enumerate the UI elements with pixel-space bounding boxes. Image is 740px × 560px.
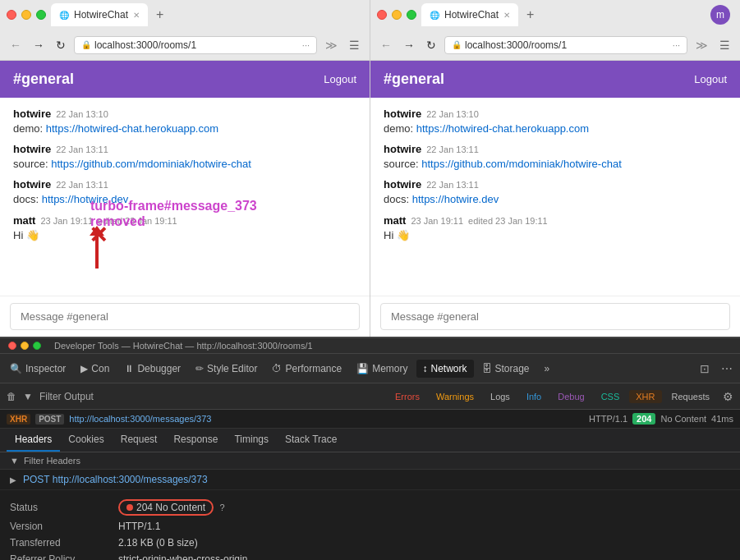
message-link[interactable]: https://github.com/mdominiak/hotwire-cha… [421, 158, 622, 170]
devtools-close[interactable] [8, 342, 16, 350]
lock-icon: 🔒 [81, 40, 91, 49]
message-text: docs: https://hotwire.dev [13, 192, 356, 207]
right-chat-messages: hotwire 22 Jan 13:10 demo: https://hotwi… [370, 98, 740, 296]
filter-requests-button[interactable]: Requests [665, 390, 716, 403]
style-editor-icon: ✏ [195, 363, 204, 374]
forward-button[interactable]: → [400, 37, 418, 53]
inspector-label: Inspector [25, 363, 66, 374]
debugger-label: Debugger [137, 363, 181, 374]
filter-xhr-button[interactable]: XHR [629, 390, 661, 403]
list-item: hotwire 22 Jan 13:11 source: https://git… [384, 143, 727, 172]
message-author: matt [13, 214, 35, 227]
inspector-icon: 🔍 [10, 363, 22, 374]
forward-button[interactable]: → [30, 37, 48, 53]
reload-button[interactable]: ↻ [53, 37, 69, 53]
referrer-value: strict-origin-when-cross-origin [118, 553, 247, 560]
filter-tags: Errors Warnings Logs Info Debug CSS XHR … [388, 390, 716, 403]
message-link[interactable]: https://hotwire.dev [42, 193, 129, 205]
responsive-design-button[interactable]: ⊡ [696, 360, 714, 378]
new-tab-button[interactable]: + [153, 7, 167, 22]
browser-windows: 🌐 HotwireChat ✕ + ← → ↻ 🔒 localhost:3000… [0, 0, 740, 337]
tab-close-button[interactable]: ✕ [503, 11, 510, 20]
left-chat-messages: hotwire 22 Jan 13:10 demo: https://hotwi… [0, 98, 370, 296]
filter-icon: ▼ [23, 391, 33, 402]
close-button[interactable] [7, 10, 16, 20]
tab-inspector[interactable]: 🔍 Inspector [3, 360, 72, 378]
extensions-button[interactable]: ≫ [692, 37, 711, 53]
detail-tab-headers[interactable]: Headers [7, 429, 60, 452]
request-row[interactable]: XHR POST http://localhost:3000/messages/… [0, 410, 740, 429]
devtools-more-button[interactable]: ⋯ [717, 360, 737, 378]
detail-tab-request[interactable]: Request [113, 429, 166, 452]
message-header: matt 23 Jan 19:11 edited 23 Jan 19:11 [13, 214, 356, 227]
tab-storage[interactable]: 🗄 Storage [476, 360, 536, 378]
tab-console[interactable]: ▶ Con [74, 360, 116, 378]
message-time: 22 Jan 13:10 [426, 109, 479, 119]
tab-close-button[interactable]: ✕ [133, 11, 140, 20]
tab-network[interactable]: ↕ Network [416, 360, 474, 378]
filter-icon: ▼ [10, 456, 19, 466]
right-url-text: localhost:3000/rooms/1 [465, 39, 567, 51]
storage-label: Storage [495, 363, 530, 374]
devtools-minimize[interactable] [21, 342, 29, 350]
status-row: Status 204 No Content ? [10, 497, 730, 518]
right-url-bar[interactable]: 🔒 localhost:3000/rooms/1 ··· [444, 36, 687, 54]
reload-button[interactable]: ↻ [423, 37, 439, 53]
right-tab-bar: 🌐 HotwireChat ✕ + m [370, 0, 740, 30]
left-tab-bar: 🌐 HotwireChat ✕ + [0, 0, 370, 30]
devtools-maximize[interactable] [33, 342, 41, 350]
filter-css-button[interactable]: CSS [595, 390, 627, 403]
minimize-button[interactable] [21, 10, 31, 20]
filter-info-button[interactable]: Info [520, 390, 548, 403]
avatar-icon: m [716, 9, 724, 21]
message-time: 23 Jan 19:11 [40, 216, 93, 226]
extensions-button[interactable]: ≫ [322, 37, 341, 53]
menu-button[interactable]: ☰ [346, 37, 363, 53]
tab-style-editor[interactable]: ✏ Style Editor [189, 360, 264, 378]
message-header: hotwire 22 Jan 13:10 [13, 108, 356, 120]
message-link[interactable]: https://hotwire.dev [412, 193, 499, 205]
tab-memory[interactable]: 💾 Memory [350, 360, 414, 378]
filter-debug-button[interactable]: Debug [551, 390, 591, 403]
back-button[interactable]: ← [7, 37, 25, 53]
help-icon[interactable]: ? [219, 503, 224, 512]
left-url-bar[interactable]: 🔒 localhost:3000/rooms/1 ··· [74, 36, 317, 54]
new-tab-button[interactable]: + [523, 7, 537, 22]
transferred-label: Transferred [10, 537, 108, 549]
more-tabs-button[interactable]: » [538, 360, 557, 378]
settings-icon[interactable]: ⚙ [723, 390, 733, 403]
message-header: hotwire 22 Jan 13:11 [384, 178, 727, 190]
detail-tab-stack-trace[interactable]: Stack Trace [277, 429, 345, 452]
right-browser-window: 🌐 HotwireChat ✕ + m ← → ↻ 🔒 localhost:30… [370, 0, 740, 337]
detail-tab-cookies[interactable]: Cookies [60, 429, 112, 452]
back-button[interactable]: ← [377, 37, 395, 53]
post-row[interactable]: ▶ POST http://localhost:3000/messages/37… [0, 470, 740, 490]
minimize-button[interactable] [392, 10, 402, 20]
tab-performance[interactable]: ⏱ Performance [265, 360, 348, 378]
maximize-button[interactable] [407, 10, 416, 20]
close-button[interactable] [377, 10, 387, 20]
message-link[interactable]: https://hotwired-chat.herokuapp.com [416, 122, 589, 135]
right-message-input[interactable] [380, 303, 730, 330]
detail-tab-response[interactable]: Response [165, 429, 226, 452]
filter-errors-button[interactable]: Errors [388, 390, 426, 403]
right-logout-button[interactable]: Logout [694, 73, 727, 85]
left-logout-button[interactable]: Logout [324, 73, 356, 85]
message-text: demo: https://hotwired-chat.herokuapp.co… [13, 122, 356, 136]
console-label: Con [91, 363, 109, 374]
message-edited: edited 23 Jan 19:11 [98, 216, 177, 226]
message-link[interactable]: https://github.com/mdominiak/hotwire-cha… [51, 158, 251, 170]
left-message-input[interactable] [10, 303, 360, 330]
filter-warnings-button[interactable]: Warnings [430, 390, 480, 403]
filter-logs-button[interactable]: Logs [484, 390, 517, 403]
maximize-button[interactable] [36, 10, 46, 20]
trash-icon[interactable]: 🗑 [7, 391, 16, 402]
status-circle [126, 504, 133, 511]
message-time: 23 Jan 19:11 [411, 216, 463, 226]
left-browser-tab[interactable]: 🌐 HotwireChat ✕ [51, 3, 148, 26]
message-link[interactable]: https://hotwired-chat.herokuapp.com [46, 122, 218, 135]
menu-button[interactable]: ☰ [716, 37, 733, 53]
tab-debugger[interactable]: ⏸ Debugger [117, 360, 187, 378]
right-browser-tab[interactable]: 🌐 HotwireChat ✕ [421, 3, 518, 26]
detail-tab-timings[interactable]: Timings [226, 429, 277, 452]
